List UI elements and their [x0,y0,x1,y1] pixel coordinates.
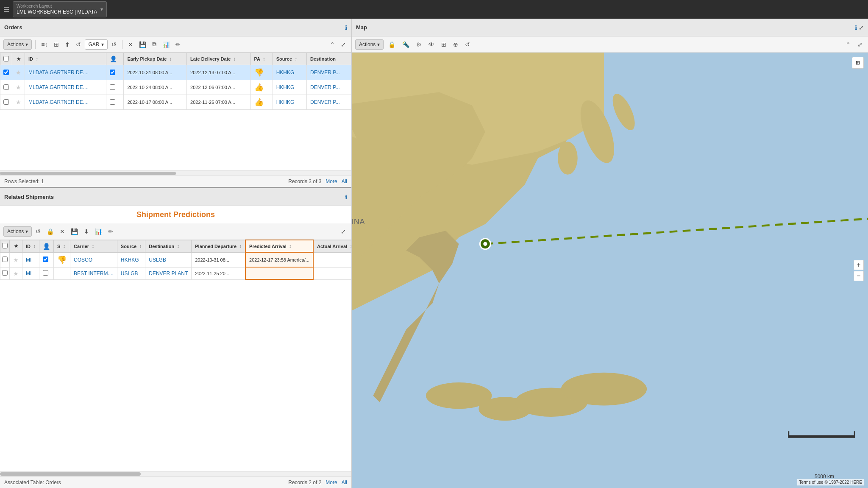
shipments-row-destination[interactable]: DENVER PLANT [145,267,192,279]
shipments-col-id[interactable]: ID ↕ [22,240,39,252]
shipments-row-destination-link[interactable]: USLGB [149,257,166,263]
shipments-col-predicted-arrival[interactable]: Predicted Arrival ↕ [245,240,313,252]
orders-row-checkbox-cell[interactable] [0,95,12,110]
orders-copy-icon[interactable]: ⧉ [150,39,159,49]
shipments-all-link[interactable]: All [342,480,347,485]
orders-row-source[interactable]: HKHKG [273,95,306,110]
map-search-icon[interactable]: 🔦 [400,40,412,49]
shipments-table-row[interactable]: ★ MI 👎 COSCO HKHKG USLGB 2022-10-31 08:.… [0,252,352,267]
shipments-row-checkbox-cell[interactable] [0,252,10,267]
shipments-row-source[interactable]: HKHKG [117,252,145,267]
orders-export-icon[interactable]: ⬆ [63,40,72,49]
orders-row-destination[interactable]: DENVER P... [306,80,351,95]
orders-col-late-delivery[interactable]: Late Delivery Date ↕ [187,53,251,65]
orders-col-select-all[interactable] [0,53,12,65]
map-eye-icon[interactable]: 👁 [426,40,437,49]
orders-row-source[interactable]: HKHKG [273,65,306,80]
orders-group-icon[interactable]: ⊞ [52,40,61,49]
map-container[interactable]: NORTH AMERICA ASIA CHINA here [352,53,868,488]
map-expand-icon[interactable]: ⤢ [859,24,864,31]
shipments-row-id-link[interactable]: MI [26,270,31,276]
shipments-row-id[interactable]: MI [22,252,39,267]
shipments-row-pa-checkbox-cell[interactable] [39,252,54,267]
orders-reload-icon[interactable]: ↺ [109,40,119,49]
orders-row-star-icon[interactable]: ★ [16,99,21,106]
shipments-clear-icon[interactable]: ✕ [58,227,67,236]
orders-row-id[interactable]: MLDATA.GARTNER DE.... [25,95,106,110]
shipments-row-star-cell[interactable]: ★ [10,252,22,267]
orders-table-container[interactable]: ★ ID ↕ 👤 Early Pickup Date ↕ Late Delive… [0,53,351,170]
shipments-refresh-icon[interactable]: ↺ [33,227,43,236]
map-zoom-in-btn[interactable]: + [854,260,864,270]
orders-row-id-link[interactable]: MLDATA.GARTNER DE.... [28,99,89,105]
shipments-row-star-icon[interactable]: ★ [13,257,19,263]
map-layers-btn[interactable]: ⊞ [852,57,864,69]
orders-row-pa-checkbox-cell[interactable] [106,65,124,80]
shipments-row-checkbox[interactable] [2,270,8,276]
orders-row-checkbox-cell[interactable] [0,80,12,95]
orders-table-row[interactable]: ★ MLDATA.GARTNER DE.... 2022-10-31 08:00… [0,65,351,80]
orders-row-destination-link[interactable]: DENVER P... [310,99,340,105]
shipments-table-row[interactable]: ★ MI BEST INTERM.... USLGB DENVER PLANT … [0,267,352,279]
shipments-row-source-link[interactable]: USLGB [121,270,138,276]
shipments-expand-btn[interactable]: ⤢ [339,227,348,236]
orders-col-destination[interactable]: Destination [306,53,351,65]
orders-col-id[interactable]: ID ↕ [25,53,106,65]
orders-row-id[interactable]: MLDATA.GARTNER DE.... [25,80,106,95]
shipments-row-carrier[interactable]: COSCO [70,252,117,267]
map-actions-button[interactable]: Actions ▾ [355,39,384,50]
shipments-col-source[interactable]: Source ↕ [117,240,145,252]
orders-row-pa-checkbox[interactable] [110,84,115,90]
orders-row-checkbox[interactable] [3,70,9,75]
orders-save-icon[interactable]: 💾 [137,40,148,49]
shipments-col-person[interactable]: 👤 [39,240,54,252]
orders-scrollbar[interactable] [0,170,351,176]
shipments-col-select-all[interactable] [0,240,10,252]
orders-col-star[interactable]: ★ [12,53,25,65]
related-info-icon[interactable]: ℹ [345,194,347,201]
orders-col-early-pickup[interactable]: Early Pickup Date ↕ [124,53,187,65]
orders-row-source-link[interactable]: HKHKG [276,70,295,75]
orders-clear-icon[interactable]: ✕ [126,40,135,49]
shipments-row-star-icon[interactable]: ★ [13,270,19,277]
shipments-row-checkbox-cell[interactable] [0,267,10,279]
orders-table-row[interactable]: ★ MLDATA.GARTNER DE.... 2022-10-24 08:00… [0,80,351,95]
map-lock-icon[interactable]: 🔒 [386,40,398,49]
orders-row-pa-checkbox[interactable] [110,99,115,105]
shipments-actions-button[interactable]: Actions ▾ [3,226,32,237]
shipments-row-source[interactable]: USLGB [117,267,145,279]
orders-more-link[interactable]: More [326,178,337,184]
map-add-icon[interactable]: ⊕ [451,40,460,49]
orders-table-row[interactable]: ★ MLDATA.GARTNER DE.... 2022-10-17 08:00… [0,95,351,110]
shipments-more-link[interactable]: More [326,480,337,485]
orders-row-checkbox[interactable] [3,84,9,90]
orders-row-pa-checkbox-cell[interactable] [106,80,124,95]
map-zoom-out-btn[interactable]: − [854,271,864,281]
orders-info-icon[interactable]: ℹ [345,24,347,31]
map-refresh-icon[interactable]: ↺ [463,40,472,49]
orders-row-id[interactable]: MLDATA.GARTNER DE.... [25,65,106,80]
map-fullscreen-btn[interactable]: ⤢ [855,40,865,49]
shipments-row-destination-link[interactable]: DENVER PLANT [149,270,188,276]
orders-select-all-checkbox[interactable] [3,56,9,61]
workbench-layout-dropdown[interactable]: Workbench Layout LML WORKBENCH ESC | MLD… [13,1,107,18]
shipments-edit-icon[interactable]: ✏ [106,227,115,236]
orders-row-star-icon[interactable]: ★ [16,69,21,76]
shipments-col-planned-departure[interactable]: Planned Departure ↕ [192,240,245,252]
orders-collapse-btn[interactable]: ⌃ [328,40,337,49]
map-grid-icon[interactable]: ⊞ [439,40,448,49]
orders-chart-icon[interactable]: 📊 [160,40,172,49]
orders-row-star-icon[interactable]: ★ [16,84,21,91]
orders-row-checkbox-cell[interactable] [0,65,12,80]
orders-row-pa-checkbox[interactable] [110,70,115,75]
orders-row-source-link[interactable]: HKHKG [276,99,295,105]
orders-row-pa-checkbox-cell[interactable] [106,95,124,110]
orders-actions-button[interactable]: Actions ▾ [3,39,32,50]
orders-row-destination-link[interactable]: DENVER P... [310,84,340,90]
orders-row-star-cell[interactable]: ★ [12,80,25,95]
shipments-row-checkbox[interactable] [2,257,8,262]
shipments-row-pa-checkbox[interactable] [43,257,48,262]
shipments-row-carrier-link[interactable]: COSCO [74,257,92,263]
shipments-table-container[interactable]: ★ ID ↕ 👤 S ↕ Carrier ↕ Source ↕ Destinat… [0,240,351,471]
shipments-row-id[interactable]: MI [22,267,39,279]
